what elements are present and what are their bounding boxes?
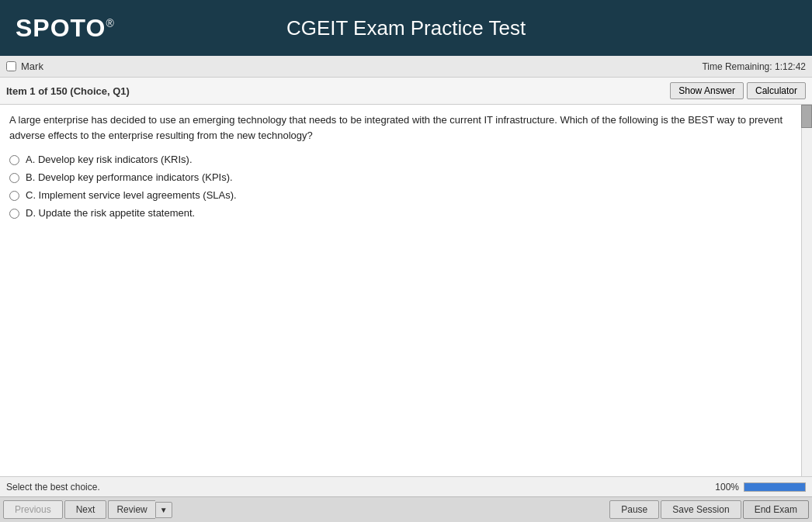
bottom-nav: Previous Next Review ▼ Pause Save Sessio… <box>0 496 812 522</box>
progress-area: 100% <box>715 482 806 493</box>
question-body: A large enterprise has decided to use an… <box>0 105 812 476</box>
progress-track <box>744 482 806 492</box>
app-logo: SPOTO® <box>16 14 115 43</box>
save-session-button[interactable]: Save Session <box>661 500 741 519</box>
scrollbar-thumb[interactable] <box>801 105 812 128</box>
scrollbar-track[interactable] <box>801 105 812 476</box>
progress-fill <box>744 483 805 491</box>
radio-option-c[interactable] <box>9 191 19 201</box>
review-dropdown-button[interactable]: ▼ <box>155 502 172 518</box>
answer-option-a[interactable]: A. Develop key risk indicators (KRIs). <box>9 154 790 165</box>
question-item-label: Item 1 of 150 (Choice, Q1) <box>6 85 130 97</box>
option-label-a: A. Develop key risk indicators (KRIs). <box>26 154 193 165</box>
status-instruction: Select the best choice. <box>6 482 100 493</box>
review-button[interactable]: Review <box>108 500 154 519</box>
option-label-c: C. Implement service level agreements (S… <box>26 189 237 201</box>
radio-option-b[interactable] <box>9 173 19 183</box>
answer-option-b[interactable]: B. Develop key performance indicators (K… <box>9 171 790 183</box>
toolbar-left: Mark <box>6 60 43 72</box>
radio-option-d[interactable] <box>9 209 19 219</box>
calculator-button[interactable]: Calculator <box>747 82 806 99</box>
next-button[interactable]: Next <box>64 500 107 519</box>
progress-label: 100% <box>715 482 739 493</box>
question-actions: Show Answer Calculator <box>670 82 806 99</box>
toolbar: Mark Time Remaining: 1:12:42 <box>0 56 812 78</box>
status-bar: Select the best choice. 100% <box>0 476 812 496</box>
review-dropdown-group: Review ▼ <box>108 500 172 519</box>
previous-button[interactable]: Previous <box>3 500 63 519</box>
answer-option-c[interactable]: C. Implement service level agreements (S… <box>9 189 790 201</box>
radio-option-a[interactable] <box>9 155 19 165</box>
question-header: Item 1 of 150 (Choice, Q1) Show Answer C… <box>0 78 812 105</box>
mark-label[interactable]: Mark <box>21 60 43 72</box>
time-remaining: Time Remaining: 1:12:42 <box>702 61 806 72</box>
answer-options: A. Develop key risk indicators (KRIs).B.… <box>9 154 803 219</box>
option-label-d: D. Update the risk appetite statement. <box>26 207 195 219</box>
show-answer-button[interactable]: Show Answer <box>670 82 744 99</box>
nav-right: Pause Save Session End Exam <box>609 500 809 519</box>
app-title: CGEIT Exam Practice Test <box>286 16 526 40</box>
pause-button[interactable]: Pause <box>609 500 659 519</box>
answer-option-d[interactable]: D. Update the risk appetite statement. <box>9 207 790 219</box>
nav-left: Previous Next Review ▼ <box>3 500 172 519</box>
question-text: A large enterprise has decided to use an… <box>9 112 803 143</box>
app-header: SPOTO® CGEIT Exam Practice Test <box>0 0 812 56</box>
mark-checkbox[interactable] <box>6 61 16 71</box>
end-exam-button[interactable]: End Exam <box>743 500 809 519</box>
main-content: Item 1 of 150 (Choice, Q1) Show Answer C… <box>0 78 812 476</box>
option-label-b: B. Develop key performance indicators (K… <box>26 171 233 183</box>
